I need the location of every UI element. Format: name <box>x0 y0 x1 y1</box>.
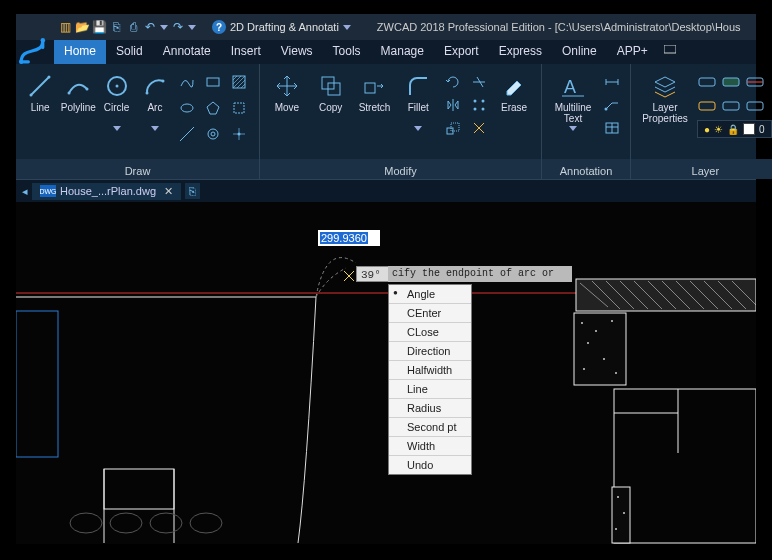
menu-item-direction[interactable]: Direction <box>389 342 471 361</box>
undo-dropdown-icon[interactable] <box>160 25 168 30</box>
layer-match-icon[interactable] <box>697 96 717 116</box>
layer-dropdown[interactable]: ● ☀ 🔒 0 <box>697 120 772 138</box>
explode-icon[interactable] <box>469 118 489 138</box>
move-button[interactable]: Move <box>266 68 308 128</box>
dynamic-distance-input[interactable]: 299.9360 <box>318 230 380 246</box>
tab-collapse[interactable] <box>658 40 682 64</box>
stretch-icon <box>360 72 388 100</box>
svg-rect-80 <box>612 487 630 543</box>
chevron-down-icon <box>569 126 577 131</box>
leader-icon[interactable] <box>602 95 622 115</box>
layer-freeze-icon[interactable] <box>745 72 765 92</box>
ellipse-icon[interactable] <box>177 98 197 118</box>
menu-item-undo[interactable]: Undo <box>389 456 471 474</box>
point-icon[interactable] <box>229 124 249 144</box>
title-bar: ▥ 📂 💾 ⎘ ⎙ ↶ ↷ ? 2D Drafting & Annotati Z… <box>16 14 756 40</box>
tab-insert[interactable]: Insert <box>221 40 271 64</box>
copy-button[interactable]: Copy <box>310 68 352 128</box>
open-icon[interactable]: 📂 <box>75 20 89 34</box>
svg-point-81 <box>617 496 619 498</box>
polygon-icon[interactable] <box>203 98 223 118</box>
svg-rect-77 <box>614 389 756 543</box>
tab-home[interactable]: Home <box>54 40 106 64</box>
redo-dropdown-icon[interactable] <box>188 25 196 30</box>
layer-name: 0 <box>759 124 765 135</box>
bulb-icon: ● <box>704 124 710 135</box>
close-icon[interactable]: ✕ <box>164 185 173 198</box>
xline-icon[interactable] <box>177 124 197 144</box>
tab-annotate[interactable]: Annotate <box>153 40 221 64</box>
menu-item-radius[interactable]: Radius <box>389 399 471 418</box>
svg-point-74 <box>603 358 605 360</box>
array-icon[interactable] <box>469 95 489 115</box>
rectangle-icon[interactable] <box>203 72 223 92</box>
menu-item-secondpt[interactable]: Second pt <box>389 418 471 437</box>
tab-solid[interactable]: Solid <box>106 40 153 64</box>
menu-item-line[interactable]: Line <box>389 380 471 399</box>
table-icon[interactable] <box>602 118 622 138</box>
circle-button[interactable]: Circle <box>99 68 135 135</box>
redo-icon[interactable]: ↷ <box>171 20 185 34</box>
svg-point-70 <box>581 322 583 324</box>
layer-properties-button[interactable]: Layer Properties <box>637 68 693 128</box>
save-icon[interactable]: 💾 <box>92 20 106 34</box>
command-prompt-tooltip: cify the endpoint of arc or <box>388 266 572 282</box>
svg-rect-49 <box>104 469 174 509</box>
panel-title: Layer <box>631 159 772 179</box>
color-swatch <box>743 123 755 135</box>
menu-item-angle[interactable]: Angle <box>389 285 471 304</box>
stretch-button[interactable]: Stretch <box>354 68 396 128</box>
menu-item-halfwidth[interactable]: Halfwidth <box>389 361 471 380</box>
scale-icon[interactable] <box>443 118 463 138</box>
layer-iso-icon[interactable] <box>697 72 717 92</box>
ribbon-tabs: Home Solid Annotate Insert Views Tools M… <box>16 40 756 64</box>
svg-point-0 <box>19 60 24 65</box>
app-logo[interactable] <box>14 24 50 78</box>
tab-tools[interactable]: Tools <box>323 40 371 64</box>
svg-point-19 <box>211 132 215 136</box>
tab-export[interactable]: Export <box>434 40 489 64</box>
menu-item-center[interactable]: CEnter <box>389 304 471 323</box>
tab-views[interactable]: Views <box>271 40 323 64</box>
svg-point-72 <box>587 342 589 344</box>
mirror-icon[interactable] <box>443 95 463 115</box>
new-tab-icon[interactable]: ⎘ <box>185 183 200 199</box>
tab-scroll-left[interactable]: ◂ <box>22 185 28 198</box>
hatch-icon[interactable] <box>229 72 249 92</box>
saveas-icon[interactable]: ⎘ <box>109 20 123 34</box>
dimension-icon[interactable] <box>602 72 622 92</box>
tab-app[interactable]: APP+ <box>607 40 658 64</box>
donut-icon[interactable] <box>203 124 223 144</box>
polyline-button[interactable]: Polyline <box>60 68 96 128</box>
undo-icon[interactable]: ↶ <box>143 20 157 34</box>
tab-express[interactable]: Express <box>489 40 552 64</box>
tab-online[interactable]: Online <box>552 40 607 64</box>
spline-icon[interactable] <box>177 72 197 92</box>
arc-button[interactable]: Arc <box>137 68 173 135</box>
mtext-button[interactable]: A Multiline Text <box>548 68 598 135</box>
layer-lock-icon[interactable] <box>745 96 765 116</box>
trim-icon[interactable] <box>469 72 489 92</box>
plot-icon[interactable]: ⎙ <box>126 20 140 34</box>
new-icon[interactable]: ▥ <box>58 20 72 34</box>
drawing-canvas[interactable]: 299.9360 39° cify the endpoint of arc or… <box>16 202 756 544</box>
svg-point-34 <box>605 108 608 111</box>
svg-point-71 <box>595 330 597 332</box>
rotate-icon[interactable] <box>443 72 463 92</box>
layer-prev-icon[interactable] <box>721 96 741 116</box>
svg-point-83 <box>615 528 617 530</box>
svg-rect-43 <box>723 102 739 110</box>
chevron-down-icon <box>151 126 159 131</box>
context-menu: Angle CEnter CLose Direction Halfwidth L… <box>388 284 472 475</box>
fillet-button[interactable]: Fillet <box>397 68 439 135</box>
erase-button[interactable]: Erase <box>493 68 535 128</box>
document-tab[interactable]: DWG House_...rPlan.dwg ✕ <box>32 183 181 200</box>
workspace-switcher[interactable]: ? 2D Drafting & Annotati <box>212 20 351 34</box>
panel-layer: Layer Properties ● ☀ <box>631 64 772 179</box>
panel-title: Draw <box>16 159 259 179</box>
tab-manage[interactable]: Manage <box>371 40 434 64</box>
layer-off-icon[interactable] <box>721 72 741 92</box>
region-icon[interactable] <box>229 98 249 118</box>
menu-item-close[interactable]: CLose <box>389 323 471 342</box>
menu-item-width[interactable]: Width <box>389 437 471 456</box>
